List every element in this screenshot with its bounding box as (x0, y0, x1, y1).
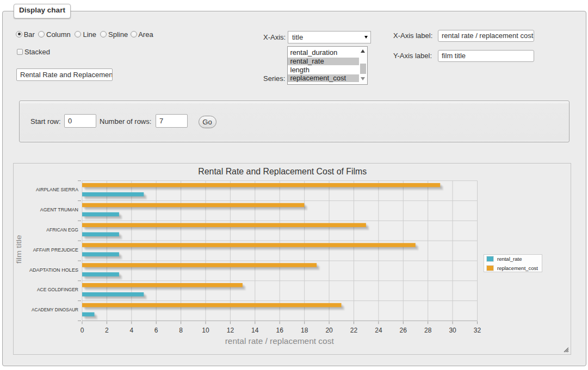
svg-text:16: 16 (276, 327, 284, 334)
svg-text:AIRPLANE SIERRA: AIRPLANE SIERRA (36, 187, 78, 192)
svg-text:film title: film title (15, 235, 23, 264)
svg-text:6: 6 (154, 327, 158, 334)
svg-text:30: 30 (449, 327, 456, 334)
svg-text:Rental Rate and Replacement Co: Rental Rate and Replacement Cost of Film… (198, 166, 367, 176)
svg-text:replacement_cost: replacement_cost (497, 265, 538, 271)
svg-text:0: 0 (81, 327, 84, 334)
svg-text:8: 8 (179, 327, 183, 334)
svg-text:ACE GOLDFINGER: ACE GOLDFINGER (37, 287, 79, 292)
svg-text:26: 26 (400, 327, 407, 334)
svg-text:AFFAIR PREJUDICE: AFFAIR PREJUDICE (33, 247, 78, 253)
svg-text:12: 12 (227, 327, 234, 334)
svg-text:ACADEMY DINOSAUR: ACADEMY DINOSAUR (32, 307, 78, 312)
svg-text:rental_rate: rental_rate (497, 256, 522, 262)
svg-text:10: 10 (202, 327, 209, 334)
svg-text:14: 14 (251, 327, 259, 334)
svg-text:AFRICAN EGG: AFRICAN EGG (46, 227, 78, 233)
svg-text:18: 18 (301, 327, 308, 334)
svg-text:24: 24 (375, 327, 382, 334)
svg-text:4: 4 (129, 327, 133, 334)
svg-text:32: 32 (474, 327, 481, 334)
svg-text:rental rate / replacement cost: rental rate / replacement cost (225, 336, 335, 346)
svg-text:20: 20 (325, 327, 333, 334)
svg-text:ADAPTATION HOLES: ADAPTATION HOLES (29, 267, 78, 273)
svg-text:28: 28 (424, 327, 432, 334)
svg-text:22: 22 (350, 327, 358, 334)
svg-text:AGENT TRUMAN: AGENT TRUMAN (40, 207, 78, 212)
svg-text:2: 2 (105, 327, 109, 334)
